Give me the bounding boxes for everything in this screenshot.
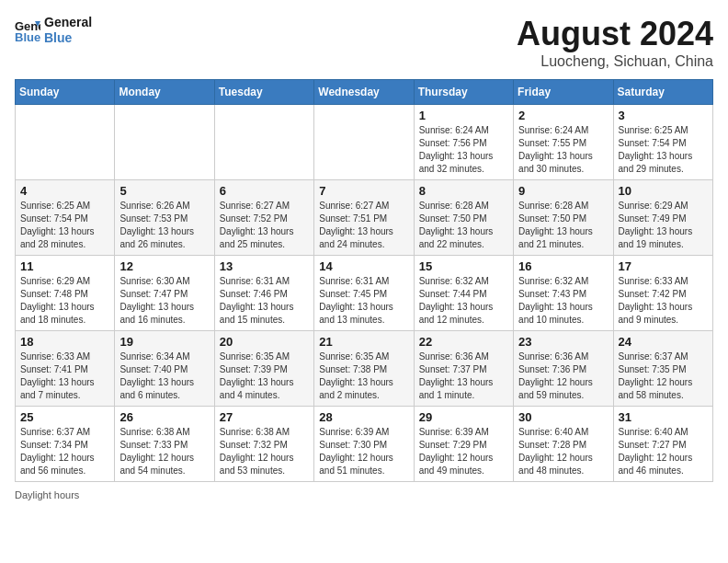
calendar-cell xyxy=(16,105,115,180)
day-number: 29 xyxy=(419,410,508,424)
day-number: 31 xyxy=(619,410,708,424)
day-number: 26 xyxy=(119,410,209,424)
day-header-saturday: Saturday xyxy=(613,80,712,105)
day-info: Sunrise: 6:39 AMSunset: 7:30 PMDaylight:… xyxy=(319,426,408,477)
day-number: 8 xyxy=(419,184,508,198)
day-header-sunday: Sunday xyxy=(16,80,115,105)
calendar-cell: 14Sunrise: 6:31 AMSunset: 7:45 PMDayligh… xyxy=(314,256,414,331)
day-info: Sunrise: 6:36 AMSunset: 7:36 PMDaylight:… xyxy=(518,350,608,402)
calendar-cell: 9Sunrise: 6:28 AMSunset: 7:50 PMDaylight… xyxy=(514,180,613,256)
calendar-cell: 18Sunrise: 6:33 AMSunset: 7:41 PMDayligh… xyxy=(16,331,115,407)
day-number: 11 xyxy=(20,259,109,273)
calendar-cell: 25Sunrise: 6:37 AMSunset: 7:34 PMDayligh… xyxy=(16,407,115,482)
calendar-cell: 19Sunrise: 6:34 AMSunset: 7:40 PMDayligh… xyxy=(115,331,214,407)
day-number: 22 xyxy=(419,335,508,349)
day-info: Sunrise: 6:34 AMSunset: 7:40 PMDaylight:… xyxy=(119,350,209,402)
day-header-monday: Monday xyxy=(115,80,214,105)
calendar-cell: 17Sunrise: 6:33 AMSunset: 7:42 PMDayligh… xyxy=(613,256,712,331)
day-info: Sunrise: 6:29 AMSunset: 7:48 PMDaylight:… xyxy=(20,275,109,327)
day-number: 19 xyxy=(119,335,209,349)
calendar-cell: 3Sunrise: 6:25 AMSunset: 7:54 PMDaylight… xyxy=(613,105,712,180)
calendar-cell: 27Sunrise: 6:38 AMSunset: 7:32 PMDayligh… xyxy=(214,407,313,482)
logo-icon: General Blue xyxy=(15,17,40,43)
day-number: 23 xyxy=(518,335,608,349)
day-info: Sunrise: 6:38 AMSunset: 7:32 PMDaylight:… xyxy=(220,426,309,477)
day-info: Sunrise: 6:29 AMSunset: 7:49 PMDaylight:… xyxy=(619,200,708,251)
day-number: 10 xyxy=(619,184,708,198)
day-info: Sunrise: 6:24 AMSunset: 7:55 PMDaylight:… xyxy=(518,124,608,176)
calendar-cell: 1Sunrise: 6:24 AMSunset: 7:56 PMDaylight… xyxy=(414,105,513,180)
day-info: Sunrise: 6:25 AMSunset: 7:54 PMDaylight:… xyxy=(20,200,109,251)
day-info: Sunrise: 6:25 AMSunset: 7:54 PMDaylight:… xyxy=(619,124,708,176)
calendar-cell: 8Sunrise: 6:28 AMSunset: 7:50 PMDaylight… xyxy=(414,180,513,256)
day-info: Sunrise: 6:27 AMSunset: 7:51 PMDaylight:… xyxy=(319,200,408,251)
calendar-cell: 10Sunrise: 6:29 AMSunset: 7:49 PMDayligh… xyxy=(613,180,712,256)
day-info: Sunrise: 6:27 AMSunset: 7:52 PMDaylight:… xyxy=(220,200,309,251)
calendar-cell: 31Sunrise: 6:40 AMSunset: 7:27 PMDayligh… xyxy=(613,407,712,482)
day-number: 1 xyxy=(419,109,508,122)
day-info: Sunrise: 6:37 AMSunset: 7:35 PMDaylight:… xyxy=(619,350,708,402)
day-number: 14 xyxy=(319,259,408,273)
calendar-cell: 15Sunrise: 6:32 AMSunset: 7:44 PMDayligh… xyxy=(414,256,513,331)
calendar-cell: 5Sunrise: 6:26 AMSunset: 7:53 PMDaylight… xyxy=(115,180,214,256)
day-info: Sunrise: 6:38 AMSunset: 7:33 PMDaylight:… xyxy=(119,426,209,477)
day-info: Sunrise: 6:33 AMSunset: 7:42 PMDaylight:… xyxy=(619,275,708,327)
footer-note: Daylight hours xyxy=(15,489,713,500)
day-info: Sunrise: 6:30 AMSunset: 7:47 PMDaylight:… xyxy=(119,275,209,327)
day-number: 7 xyxy=(319,184,408,198)
calendar-header-row: SundayMondayTuesdayWednesdayThursdayFrid… xyxy=(16,80,713,105)
day-number: 27 xyxy=(220,410,309,424)
day-number: 13 xyxy=(220,259,309,273)
calendar-cell: 24Sunrise: 6:37 AMSunset: 7:35 PMDayligh… xyxy=(613,331,712,407)
calendar-cell: 11Sunrise: 6:29 AMSunset: 7:48 PMDayligh… xyxy=(16,256,115,331)
week-row-3: 11Sunrise: 6:29 AMSunset: 7:48 PMDayligh… xyxy=(16,256,713,331)
day-header-thursday: Thursday xyxy=(414,80,513,105)
day-info: Sunrise: 6:28 AMSunset: 7:50 PMDaylight:… xyxy=(518,200,608,251)
calendar-cell xyxy=(115,105,214,180)
calendar-cell: 20Sunrise: 6:35 AMSunset: 7:39 PMDayligh… xyxy=(214,331,313,407)
day-info: Sunrise: 6:33 AMSunset: 7:41 PMDaylight:… xyxy=(20,350,109,402)
calendar-cell: 30Sunrise: 6:40 AMSunset: 7:28 PMDayligh… xyxy=(514,407,613,482)
day-header-friday: Friday xyxy=(514,80,613,105)
calendar-cell: 26Sunrise: 6:38 AMSunset: 7:33 PMDayligh… xyxy=(115,407,214,482)
calendar-table: SundayMondayTuesdayWednesdayThursdayFrid… xyxy=(15,79,713,482)
header: General Blue General Blue August 2024 Lu… xyxy=(15,15,713,70)
calendar-cell: 13Sunrise: 6:31 AMSunset: 7:46 PMDayligh… xyxy=(214,256,313,331)
day-info: Sunrise: 6:31 AMSunset: 7:45 PMDaylight:… xyxy=(319,275,408,327)
day-number: 20 xyxy=(220,335,309,349)
day-info: Sunrise: 6:40 AMSunset: 7:27 PMDaylight:… xyxy=(619,426,708,477)
day-info: Sunrise: 6:28 AMSunset: 7:50 PMDaylight:… xyxy=(419,200,508,251)
calendar-cell: 12Sunrise: 6:30 AMSunset: 7:47 PMDayligh… xyxy=(115,256,214,331)
day-info: Sunrise: 6:31 AMSunset: 7:46 PMDaylight:… xyxy=(220,275,309,327)
calendar-cell: 6Sunrise: 6:27 AMSunset: 7:52 PMDaylight… xyxy=(214,180,313,256)
title-area: August 2024 Luocheng, Sichuan, China xyxy=(517,15,713,70)
day-header-tuesday: Tuesday xyxy=(214,80,313,105)
day-info: Sunrise: 6:32 AMSunset: 7:43 PMDaylight:… xyxy=(518,275,608,327)
day-info: Sunrise: 6:39 AMSunset: 7:29 PMDaylight:… xyxy=(419,426,508,477)
day-info: Sunrise: 6:37 AMSunset: 7:34 PMDaylight:… xyxy=(20,426,109,477)
week-row-1: 1Sunrise: 6:24 AMSunset: 7:56 PMDaylight… xyxy=(16,105,713,180)
day-number: 9 xyxy=(518,184,608,198)
day-number: 30 xyxy=(518,410,608,424)
calendar-cell xyxy=(314,105,414,180)
day-number: 21 xyxy=(319,335,408,349)
day-number: 16 xyxy=(518,259,608,273)
week-row-2: 4Sunrise: 6:25 AMSunset: 7:54 PMDaylight… xyxy=(16,180,713,256)
day-info: Sunrise: 6:35 AMSunset: 7:39 PMDaylight:… xyxy=(220,350,309,402)
logo: General Blue General Blue xyxy=(15,15,92,46)
day-number: 15 xyxy=(419,259,508,273)
calendar-cell: 2Sunrise: 6:24 AMSunset: 7:55 PMDaylight… xyxy=(514,105,613,180)
week-row-5: 25Sunrise: 6:37 AMSunset: 7:34 PMDayligh… xyxy=(16,407,713,482)
calendar-cell: 28Sunrise: 6:39 AMSunset: 7:30 PMDayligh… xyxy=(314,407,414,482)
day-info: Sunrise: 6:35 AMSunset: 7:38 PMDaylight:… xyxy=(319,350,408,402)
day-number: 4 xyxy=(20,184,109,198)
day-info: Sunrise: 6:32 AMSunset: 7:44 PMDaylight:… xyxy=(419,275,508,327)
week-row-4: 18Sunrise: 6:33 AMSunset: 7:41 PMDayligh… xyxy=(16,331,713,407)
calendar-body: 1Sunrise: 6:24 AMSunset: 7:56 PMDaylight… xyxy=(16,105,713,482)
calendar-cell: 29Sunrise: 6:39 AMSunset: 7:29 PMDayligh… xyxy=(414,407,513,482)
calendar-cell: 22Sunrise: 6:36 AMSunset: 7:37 PMDayligh… xyxy=(414,331,513,407)
calendar-cell: 4Sunrise: 6:25 AMSunset: 7:54 PMDaylight… xyxy=(16,180,115,256)
calendar-cell: 21Sunrise: 6:35 AMSunset: 7:38 PMDayligh… xyxy=(314,331,414,407)
day-number: 2 xyxy=(518,109,608,122)
calendar-cell: 7Sunrise: 6:27 AMSunset: 7:51 PMDaylight… xyxy=(314,180,414,256)
